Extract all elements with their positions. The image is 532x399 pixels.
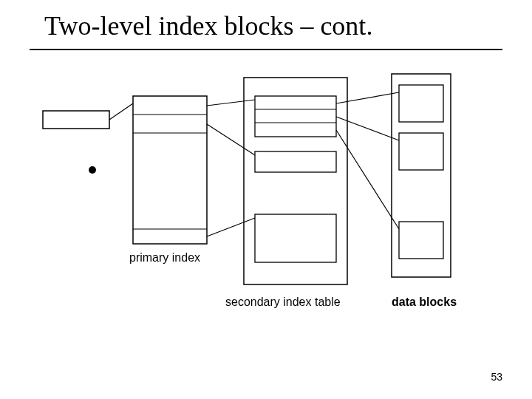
data-block-3 — [399, 222, 443, 259]
page-number: 53 — [491, 371, 502, 383]
secondary-block-1 — [255, 96, 336, 137]
secondary-block-2 — [255, 151, 336, 172]
slide: Two-level index blocks – cont. — [0, 0, 532, 399]
data-blocks-label: data blocks — [392, 296, 457, 309]
secondary-block-3 — [255, 214, 336, 262]
secondary-index-label: secondary index table — [225, 296, 341, 309]
data-block-2 — [399, 133, 443, 170]
bullet-dot — [89, 166, 96, 174]
data-block-1 — [399, 85, 443, 122]
connector-file-primary — [109, 103, 133, 120]
primary-index-outline — [133, 96, 207, 244]
diagram-svg — [0, 0, 532, 399]
primary-index-label: primary index — [129, 251, 200, 265]
file-box — [43, 111, 109, 129]
